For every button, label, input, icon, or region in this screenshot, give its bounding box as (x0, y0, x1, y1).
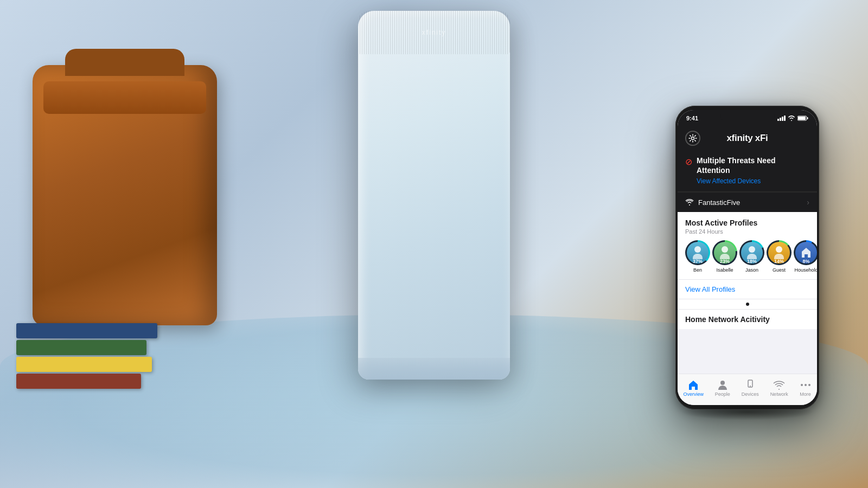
person-head-guest (776, 246, 782, 253)
router-device: xfinity (353, 11, 515, 401)
profiles-section: Most Active Profiles Past 24 Hours (678, 212, 817, 280)
svg-point-8 (805, 384, 807, 386)
wifi-row[interactable]: FantasticFive › (678, 192, 817, 212)
profile-circle-isabelle: 23% (712, 240, 737, 265)
signal-bar-4 (784, 115, 786, 121)
battery-icon (797, 115, 808, 121)
alert-row: ⊘ Multiple Threats Need Attention View A… (685, 156, 809, 185)
person-head-isabelle (722, 246, 728, 253)
notch (720, 110, 775, 123)
nav-label-network: Network (770, 391, 788, 397)
profile-name-jason: Jason (745, 267, 758, 273)
phone-screen: 9:41 (678, 110, 817, 405)
settings-icon[interactable] (685, 131, 700, 146)
profile-percent-ben: 37% (693, 259, 703, 264)
devices-icon (744, 380, 756, 390)
alert-banner: ⊘ Multiple Threats Need Attention View A… (678, 150, 817, 192)
wifi-chevron-icon: › (807, 198, 809, 207)
profile-name-isabelle: Isabelle (716, 267, 733, 273)
activity-section: Home Network Acitivity (678, 310, 817, 329)
nav-label-more: More (800, 391, 811, 397)
nav-label-people: People (715, 391, 730, 397)
book-4 (16, 374, 141, 389)
page-dots (678, 299, 817, 310)
svg-point-6 (750, 386, 751, 387)
phone-wrapper: 9:41 (675, 106, 819, 409)
profile-item-guest[interactable]: 14% Guest (767, 240, 792, 273)
book-3 (16, 357, 152, 372)
router-body: xfinity (358, 11, 510, 380)
nav-label-overview: Overview (683, 391, 704, 397)
bottom-nav: Overview People Devices (678, 374, 817, 405)
wifi-network-name: FantasticFive (698, 198, 740, 207)
wifi-info: FantasticFive (685, 198, 740, 207)
signal-bar-1 (777, 119, 779, 121)
profile-item-ben[interactable]: 37% Ben (685, 240, 710, 273)
profile-name-ben: Ben (693, 267, 702, 273)
view-affected-devices-link[interactable]: View Affected Devices (697, 177, 809, 185)
person-head-jason (749, 246, 755, 253)
nav-item-overview[interactable]: Overview (683, 380, 704, 397)
signal-bar-3 (782, 117, 783, 121)
dot-active (746, 303, 749, 306)
more-icon (800, 380, 812, 390)
nav-item-network[interactable]: Network (770, 380, 788, 397)
nav-item-devices[interactable]: Devices (742, 380, 759, 397)
svg-point-4 (720, 381, 725, 385)
signal-bar-2 (780, 118, 781, 121)
wifi-row-icon (685, 199, 694, 206)
profiles-row: 37% Ben (685, 240, 809, 273)
profile-circle-ben: 37% (685, 240, 710, 265)
network-icon (773, 380, 785, 390)
alert-title: Multiple Threats Need Attention (697, 156, 809, 175)
status-time: 9:41 (686, 115, 698, 121)
profile-circle-household: 8% (794, 240, 817, 265)
household-icon (800, 246, 813, 259)
router-top: xfinity (358, 11, 510, 54)
svg-point-7 (801, 384, 803, 386)
profile-percent-guest: 14% (774, 259, 784, 264)
svg-rect-1 (807, 117, 808, 119)
wifi-status-icon (788, 115, 795, 121)
app-title: xfinity xFi (726, 133, 768, 144)
status-icons (777, 115, 808, 121)
bag-decoration (33, 65, 217, 325)
profile-name-guest: Guest (773, 267, 786, 273)
nav-label-devices: Devices (742, 391, 759, 397)
profile-circle-guest: 14% (767, 240, 792, 265)
phone-shadow (681, 404, 814, 420)
phone-shell: 9:41 (675, 106, 819, 409)
people-icon (717, 380, 729, 390)
svg-rect-2 (798, 117, 806, 120)
profile-item-jason[interactable]: 18% Jason (739, 240, 764, 273)
alert-icon: ⊘ (685, 157, 692, 167)
person-head-ben (694, 246, 701, 253)
activity-section-title: Home Network Acitivity (685, 315, 809, 324)
nav-item-people[interactable]: People (715, 380, 730, 397)
profile-percent-isabelle: 23% (720, 259, 730, 264)
books-decoration (16, 323, 157, 390)
router-bottom (358, 358, 510, 380)
svg-point-9 (808, 384, 810, 386)
overview-icon (687, 380, 699, 390)
alert-content: Multiple Threats Need Attention View Aff… (697, 156, 809, 185)
profiles-section-title: Most Active Profiles (685, 219, 809, 227)
profiles-section-subtitle: Past 24 Hours (685, 228, 809, 235)
view-all-profiles-link[interactable]: View All Profiles (678, 280, 817, 299)
status-bar: 9:41 (678, 110, 817, 126)
nav-item-more[interactable]: More (800, 380, 812, 397)
signal-bars (777, 115, 786, 121)
profile-circle-jason: 18% (739, 240, 764, 265)
book-2 (16, 340, 146, 355)
profile-item-isabelle[interactable]: 23% Isabelle (712, 240, 737, 273)
router-brand: xfinity (422, 29, 446, 36)
svg-point-3 (692, 137, 694, 140)
profile-name-household: Household (794, 267, 817, 273)
book-1 (16, 323, 157, 338)
app-header: xfinity xFi (678, 126, 817, 150)
profile-percent-jason: 18% (747, 259, 757, 264)
profile-item-household[interactable]: 8% Household (794, 240, 817, 273)
profile-percent-household: 8% (802, 259, 809, 264)
